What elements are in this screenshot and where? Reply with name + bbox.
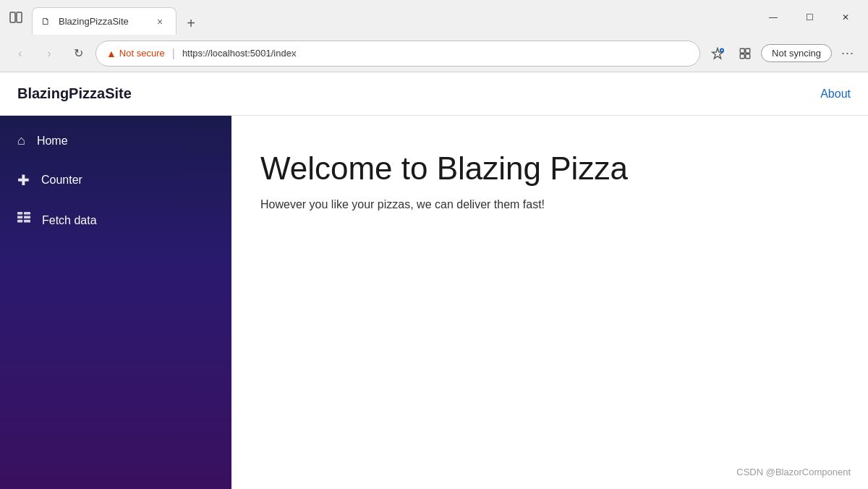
sidebar-item-home[interactable]: ⌂ Home: [0, 122, 231, 160]
svg-rect-1: [17, 12, 22, 22]
new-tab-button[interactable]: +: [179, 12, 203, 35]
tabs-area: 🗋 BlazingPizzaSite × +: [32, 0, 203, 35]
sidebar-toggle-icon[interactable]: [6, 7, 26, 27]
app-header: BlazingPizzaSite About: [0, 72, 868, 116]
tab-title: BlazingPizzaSite: [59, 16, 147, 27]
watermark: CSDN @BlazorComponent: [736, 467, 851, 477]
svg-rect-0: [10, 12, 15, 22]
sidebar-item-home-label: Home: [37, 135, 68, 148]
sidebar-item-counter-label: Counter: [41, 174, 82, 187]
svg-rect-7: [17, 212, 22, 215]
fetch-data-icon: [17, 212, 30, 229]
main-content: Welcome to Blazing Pizza However you lik…: [231, 116, 868, 489]
svg-rect-9: [17, 220, 22, 223]
url-text: https://localhost:5001/index: [182, 48, 297, 59]
svg-rect-8: [17, 216, 22, 218]
address-bar: ‹ › ↻ ▲ Not secure | https://localhost:5…: [0, 35, 868, 72]
security-warning: ▲ Not secure: [106, 48, 165, 59]
browser-tab[interactable]: 🗋 BlazingPizzaSite ×: [32, 7, 176, 35]
svg-rect-6: [746, 54, 750, 58]
svg-rect-4: [746, 48, 750, 53]
forward-button[interactable]: ›: [38, 42, 61, 65]
counter-icon: ✚: [17, 171, 30, 189]
window-controls: — ☐ ✕: [757, 6, 862, 29]
back-button[interactable]: ‹: [9, 42, 32, 65]
not-syncing-button[interactable]: Not syncing: [761, 44, 832, 62]
url-bar[interactable]: ▲ Not secure | https://localhost:5001/in…: [95, 41, 700, 67]
app-wrapper: BlazingPizzaSite About ⌂ Home ✚ Counter: [0, 72, 868, 489]
tab-close-button[interactable]: ×: [153, 14, 167, 29]
maximize-button[interactable]: ☐: [793, 6, 826, 29]
not-secure-label: Not secure: [119, 48, 165, 59]
reload-button[interactable]: ↻: [67, 42, 90, 65]
app-title: BlazingPizzaSite: [17, 85, 132, 102]
toolbar-icons: Not syncing ···: [706, 42, 859, 65]
svg-rect-12: [24, 220, 30, 223]
sidebar-item-fetch-data[interactable]: Fetch data: [0, 200, 231, 240]
sidebar: ⌂ Home ✚ Counter: [0, 116, 231, 489]
warning-icon: ▲: [106, 48, 116, 59]
sidebar-item-counter[interactable]: ✚ Counter: [0, 160, 231, 200]
tab-favicon: 🗋: [41, 16, 53, 27]
favorites-icon[interactable]: [706, 42, 729, 65]
app-body: ⌂ Home ✚ Counter: [0, 116, 868, 489]
svg-rect-10: [24, 212, 30, 215]
svg-rect-5: [740, 54, 744, 58]
browser-frame: 🗋 BlazingPizzaSite × + — ☐ ✕ ‹ › ↻ ▲ Not…: [0, 0, 868, 489]
svg-rect-11: [24, 216, 30, 218]
title-bar: 🗋 BlazingPizzaSite × + — ☐ ✕: [0, 0, 868, 35]
sidebar-item-fetch-data-label: Fetch data: [42, 214, 97, 227]
main-subtitle: However you like your pizzas, we can del…: [260, 198, 839, 211]
about-link[interactable]: About: [820, 88, 851, 101]
title-bar-left: 🗋 BlazingPizzaSite × +: [6, 0, 757, 35]
svg-rect-3: [740, 48, 744, 53]
home-icon: ⌂: [17, 133, 25, 148]
minimize-button[interactable]: —: [757, 6, 790, 29]
main-title: Welcome to Blazing Pizza: [260, 150, 839, 187]
close-button[interactable]: ✕: [829, 6, 862, 29]
url-separator: |: [172, 47, 175, 60]
more-options-button[interactable]: ···: [836, 42, 859, 65]
collections-icon[interactable]: [733, 42, 757, 65]
